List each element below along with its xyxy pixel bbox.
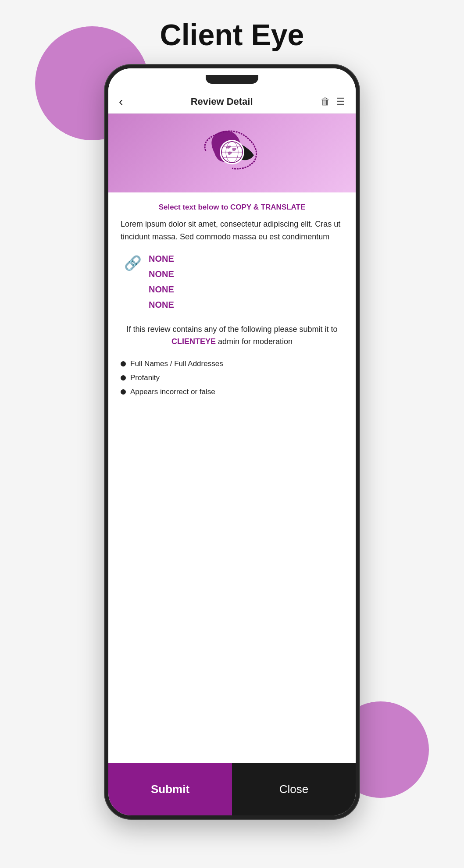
back-button[interactable]: ‹: [119, 95, 123, 109]
review-text[interactable]: Lorem ipsum dolor sit amet, consectetur …: [121, 218, 343, 243]
page-title: Client Eye: [160, 18, 304, 52]
moderation-item-3-label: Appears incorrect or false: [130, 388, 215, 396]
menu-icon[interactable]: ☰: [336, 96, 345, 107]
logo-area: [108, 114, 356, 192]
moderation-list: Full Names / Full Addresses Profanity Ap…: [121, 357, 343, 399]
header-actions: 🗑 ☰: [321, 96, 345, 107]
brand-name: CLIENTEYE: [171, 337, 216, 346]
moderation-item-1: Full Names / Full Addresses: [121, 357, 343, 371]
moderation-description: If this review contains any of the follo…: [121, 323, 343, 349]
moderation-section: If this review contains any of the follo…: [108, 323, 356, 408]
bullet-icon: [121, 375, 126, 381]
bottom-buttons: Submit Close: [108, 763, 356, 815]
moderation-item-3: Appears incorrect or false: [121, 385, 343, 399]
moderation-item-2: Profanity: [121, 371, 343, 385]
moderation-item-2-label: Profanity: [130, 374, 160, 382]
link-item-4[interactable]: NONE: [149, 300, 174, 310]
phone-frame: ‹ Review Detail 🗑 ☰: [105, 65, 359, 819]
app-header: ‹ Review Detail 🗑 ☰: [108, 90, 356, 114]
bullet-icon: [121, 361, 126, 366]
moderation-text-before: If this review contains any of the follo…: [126, 325, 337, 334]
copy-translate-label: Select text below to COPY & TRANSLATE: [121, 203, 343, 212]
moderation-item-1-label: Full Names / Full Addresses: [130, 359, 223, 368]
app-logo: [193, 127, 271, 179]
phone-top-bar: [108, 68, 356, 90]
bullet-icon: [121, 389, 126, 395]
submit-button[interactable]: Submit: [108, 763, 232, 815]
links-section: 🔗 NONE NONE NONE NONE: [121, 254, 343, 310]
review-content: Select text below to COPY & TRANSLATE Lo…: [108, 192, 356, 323]
app-content: Select text below to COPY & TRANSLATE Lo…: [108, 114, 356, 815]
link-chain-icon: 🔗: [124, 255, 142, 271]
header-title: Review Detail: [191, 96, 253, 107]
link-item-3[interactable]: NONE: [149, 285, 174, 295]
link-item-1[interactable]: NONE: [149, 254, 174, 264]
moderation-text-after: admin for moderation: [216, 337, 293, 346]
close-button[interactable]: Close: [232, 763, 356, 815]
delete-icon[interactable]: 🗑: [321, 96, 330, 107]
link-item-2[interactable]: NONE: [149, 269, 174, 279]
phone-notch: [206, 75, 258, 84]
links-list: NONE NONE NONE NONE: [149, 254, 174, 310]
